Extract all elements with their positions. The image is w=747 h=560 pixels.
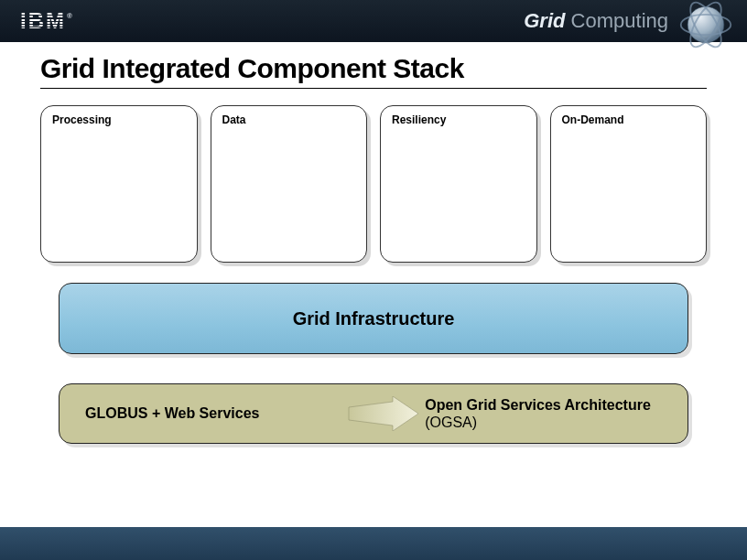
component-cards-row: Processing Data Resiliency On-Demand: [40, 105, 707, 263]
infrastructure-label: Grid Infrastructure: [293, 308, 455, 329]
title-divider: [40, 88, 707, 89]
footer-bar: [0, 527, 747, 560]
card-resiliency: Resiliency: [380, 105, 537, 263]
brand-area: Grid Computing: [524, 0, 734, 53]
arrow-icon: [343, 396, 426, 431]
registered-mark: ®: [67, 12, 71, 20]
svg-marker-4: [349, 396, 418, 431]
card-processing: Processing: [40, 105, 198, 263]
card-label: Processing: [52, 113, 186, 126]
brand-light: Computing: [565, 9, 668, 32]
ogsa-tail: (OGSA): [425, 415, 477, 430]
ogsa-label: Open Grid Services Architecture (OGSA): [425, 396, 671, 431]
services-bar: GLOBUS + Web Services Open Grid Services…: [59, 383, 688, 444]
card-label: Resiliency: [392, 113, 525, 126]
page-title: Grid Integrated Component Stack: [40, 53, 707, 88]
grid-infrastructure-bar: Grid Infrastructure: [59, 283, 688, 354]
header-bar: I B M ® Grid Computing: [0, 0, 747, 42]
brand-text: Grid Computing: [524, 9, 668, 33]
ogsa-bold: Open Grid Services Architecture: [425, 397, 651, 413]
content-area: Grid Integrated Component Stack Processi…: [0, 42, 747, 444]
card-label: Data: [222, 113, 356, 126]
brand-bold: Grid: [524, 9, 565, 32]
ibm-logo: I B M ®: [20, 10, 71, 32]
globe-icon: [677, 0, 734, 53]
card-on-demand: On-Demand: [550, 105, 708, 263]
globus-label: GLOBUS + Web Services: [85, 405, 343, 422]
card-data: Data: [211, 105, 368, 263]
card-label: On-Demand: [562, 113, 696, 126]
svg-point-0: [687, 6, 724, 43]
